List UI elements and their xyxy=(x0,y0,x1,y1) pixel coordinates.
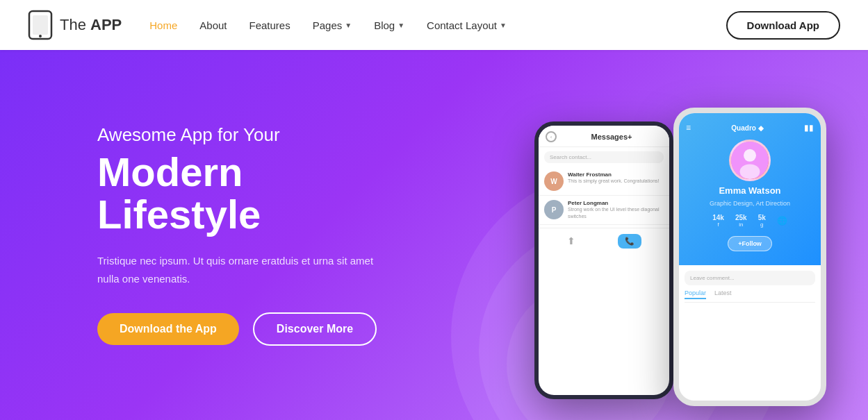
nav: Home About Features Pages ▼ Blog ▼ Conta… xyxy=(149,19,726,31)
hero-content: Awesome App for Your Modern Lifestyle Tr… xyxy=(0,124,389,346)
profile-name: Emma Watson xyxy=(719,185,780,196)
phone-mockups: ‹ Messages+ Search contact... W Walter F… xyxy=(479,50,868,420)
stats-row: 14k f 25k in 5k g 🌐 xyxy=(712,214,787,228)
header: The APP Home About Features Pages ▼ Blog… xyxy=(0,0,868,50)
tab-latest[interactable]: Latest xyxy=(714,289,732,299)
svg-rect-1 xyxy=(33,15,48,35)
menu-icon: ≡ xyxy=(686,123,691,133)
msg-text-2: Strong work on the UI level these diagon… xyxy=(568,206,664,220)
msg-name-2: Peter Longman xyxy=(568,200,664,206)
avatar-image xyxy=(731,140,769,181)
phone-left: ‹ Messages+ Search contact... W Walter F… xyxy=(534,121,673,399)
nav-contact[interactable]: Contact Layout ▼ xyxy=(427,19,507,31)
download-app-button[interactable]: Download App xyxy=(726,11,840,40)
message-item-2: P Peter Longman Strong work on the UI le… xyxy=(539,196,669,225)
hero-section: Awesome App for Your Modern Lifestyle Tr… xyxy=(0,50,868,420)
blog-chevron-icon: ▼ xyxy=(398,22,404,29)
hero-subtitle: Awesome App for Your xyxy=(97,124,389,146)
msg-name-1: Walter Frostman xyxy=(568,171,664,178)
app-name-small: Quadro ◆ xyxy=(731,124,763,132)
nav-about[interactable]: About xyxy=(199,19,227,31)
profile-title: Graphic Design, Art Direction xyxy=(710,200,790,207)
pages-chevron-icon: ▼ xyxy=(345,22,352,29)
svg-point-5 xyxy=(740,164,760,179)
stat-facebook: 14k f xyxy=(712,214,724,228)
phone-right-topbar: ≡ Quadro ◆ ▮▮ xyxy=(686,123,814,133)
msg-text-1: This is simply great work. Congratulatio… xyxy=(568,178,664,185)
logo-text: The APP xyxy=(60,16,122,34)
phone-right-screen: ≡ Quadro ◆ ▮▮ Emma Watson xyxy=(679,113,821,401)
phone-left-header: ‹ Messages+ xyxy=(539,126,669,147)
hero-title: Modern Lifestyle xyxy=(97,151,389,236)
avatar-peter: P xyxy=(544,200,564,219)
svg-point-2 xyxy=(39,35,42,37)
share-icon: ⬆ xyxy=(567,235,575,246)
comment-input[interactable]: Leave comment... xyxy=(685,271,815,285)
phone-search[interactable]: Search contact... xyxy=(544,151,664,163)
tab-popular[interactable]: Popular xyxy=(685,289,706,299)
signal-icon: ▮▮ xyxy=(804,123,814,133)
message-item-1: W Walter Frostman This is simply great w… xyxy=(539,167,669,196)
logo[interactable]: The APP xyxy=(28,10,122,40)
hero-buttons: Download the App Discover More xyxy=(97,312,389,346)
nav-blog[interactable]: Blog ▼ xyxy=(374,19,404,31)
tabs-row: Popular Latest xyxy=(685,289,815,303)
discover-more-button[interactable]: Discover More xyxy=(253,312,377,346)
profile-avatar xyxy=(729,140,771,181)
avatar-walter: W xyxy=(544,171,564,191)
phone-right-bottom: Leave comment... Popular Latest xyxy=(679,265,821,401)
svg-point-4 xyxy=(744,149,756,162)
nav-features[interactable]: Features xyxy=(249,19,290,31)
follow-button[interactable]: +Follow xyxy=(728,236,772,251)
phone-right-top: ≡ Quadro ◆ ▮▮ Emma Watson xyxy=(679,113,821,265)
stat-linkedin: 25k in xyxy=(735,214,747,228)
hero-description: Tristique nec ipsum. Ut quis ornare erat… xyxy=(97,252,389,287)
logo-icon xyxy=(28,10,53,40)
nav-pages[interactable]: Pages ▼ xyxy=(313,19,352,31)
stat-google: 5k g xyxy=(758,214,766,228)
messages-title: Messages+ xyxy=(561,133,662,141)
phone-icon: 📞 xyxy=(618,234,641,249)
phone-left-screen: ‹ Messages+ Search contact... W Walter F… xyxy=(539,126,669,395)
back-button-icon: ‹ xyxy=(546,131,557,142)
contact-chevron-icon: ▼ xyxy=(500,22,507,29)
phone-right: ≡ Quadro ◆ ▮▮ Emma Watson xyxy=(673,108,826,406)
nav-home[interactable]: Home xyxy=(149,19,177,31)
globe-icon: 🌐 xyxy=(777,216,787,226)
download-app-hero-button[interactable]: Download the App xyxy=(97,313,239,345)
